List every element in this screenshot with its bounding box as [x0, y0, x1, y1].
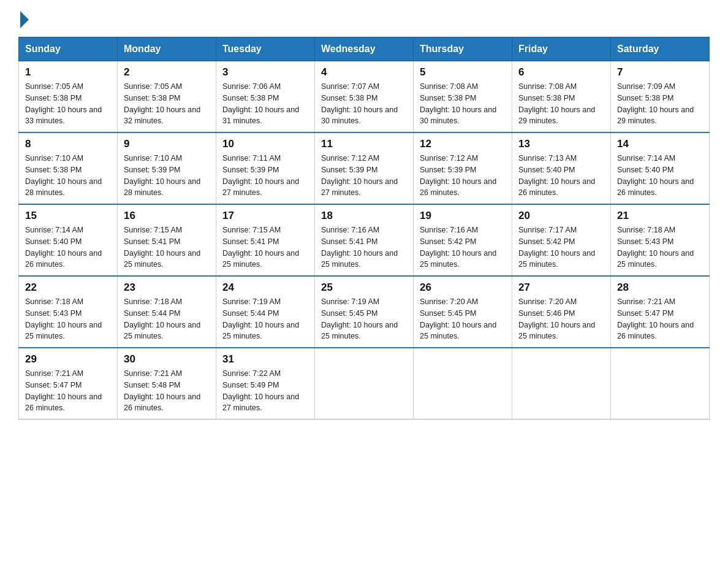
- column-header-saturday: Saturday: [611, 37, 710, 61]
- day-info: Sunrise: 7:21 AM Sunset: 5:47 PM Dayligh…: [25, 368, 111, 414]
- day-info: Sunrise: 7:10 AM Sunset: 5:39 PM Dayligh…: [124, 153, 210, 199]
- day-info: Sunrise: 7:10 AM Sunset: 5:38 PM Dayligh…: [25, 153, 111, 199]
- column-header-monday: Monday: [118, 37, 216, 61]
- day-info: Sunrise: 7:12 AM Sunset: 5:39 PM Dayligh…: [420, 153, 506, 199]
- calendar-cell: 15 Sunrise: 7:14 AM Sunset: 5:40 PM Dayl…: [19, 204, 118, 276]
- week-row-5: 29 Sunrise: 7:21 AM Sunset: 5:47 PM Dayl…: [19, 348, 710, 419]
- day-info: Sunrise: 7:20 AM Sunset: 5:45 PM Dayligh…: [420, 296, 506, 342]
- calendar-cell: 29 Sunrise: 7:21 AM Sunset: 5:47 PM Dayl…: [19, 348, 118, 419]
- day-number: 18: [321, 210, 407, 222]
- day-info: Sunrise: 7:19 AM Sunset: 5:44 PM Dayligh…: [222, 296, 308, 342]
- calendar-cell: [414, 348, 512, 419]
- day-info: Sunrise: 7:15 AM Sunset: 5:41 PM Dayligh…: [124, 224, 210, 270]
- calendar-cell: 11 Sunrise: 7:12 AM Sunset: 5:39 PM Dayl…: [315, 132, 414, 204]
- day-number: 6: [518, 66, 604, 79]
- day-number: 25: [321, 282, 407, 294]
- calendar-cell: 27 Sunrise: 7:20 AM Sunset: 5:46 PM Dayl…: [512, 276, 611, 348]
- day-number: 5: [420, 66, 506, 79]
- day-number: 20: [518, 210, 604, 222]
- day-info: Sunrise: 7:15 AM Sunset: 5:41 PM Dayligh…: [222, 224, 308, 270]
- calendar-cell: 10 Sunrise: 7:11 AM Sunset: 5:39 PM Dayl…: [216, 132, 315, 204]
- day-number: 30: [124, 353, 210, 366]
- day-number: 12: [420, 138, 506, 150]
- day-info: Sunrise: 7:13 AM Sunset: 5:40 PM Dayligh…: [518, 153, 604, 199]
- day-info: Sunrise: 7:18 AM Sunset: 5:44 PM Dayligh…: [124, 296, 210, 342]
- calendar-cell: 9 Sunrise: 7:10 AM Sunset: 5:39 PM Dayli…: [118, 132, 216, 204]
- day-info: Sunrise: 7:16 AM Sunset: 5:42 PM Dayligh…: [420, 224, 506, 270]
- day-number: 16: [124, 210, 210, 222]
- calendar-cell: 4 Sunrise: 7:07 AM Sunset: 5:38 PM Dayli…: [315, 61, 414, 133]
- calendar-cell: 17 Sunrise: 7:15 AM Sunset: 5:41 PM Dayl…: [216, 204, 315, 276]
- calendar-cell: 30 Sunrise: 7:21 AM Sunset: 5:48 PM Dayl…: [118, 348, 216, 419]
- logo-arrow-icon: [20, 11, 29, 28]
- day-number: 7: [617, 66, 703, 79]
- week-row-3: 15 Sunrise: 7:14 AM Sunset: 5:40 PM Dayl…: [19, 204, 710, 276]
- day-number: 19: [420, 210, 506, 222]
- calendar-cell: 1 Sunrise: 7:05 AM Sunset: 5:38 PM Dayli…: [19, 61, 118, 133]
- day-info: Sunrise: 7:12 AM Sunset: 5:39 PM Dayligh…: [321, 153, 407, 199]
- day-number: 3: [222, 66, 308, 79]
- day-number: 17: [222, 210, 308, 222]
- column-header-sunday: Sunday: [19, 37, 118, 61]
- day-number: 10: [222, 138, 308, 150]
- calendar-table: SundayMondayTuesdayWednesdayThursdayFrid…: [18, 37, 710, 419]
- calendar-cell: 25 Sunrise: 7:19 AM Sunset: 5:45 PM Dayl…: [315, 276, 414, 348]
- day-number: 23: [124, 282, 210, 294]
- day-info: Sunrise: 7:08 AM Sunset: 5:38 PM Dayligh…: [420, 81, 506, 127]
- calendar-cell: [611, 348, 710, 419]
- day-info: Sunrise: 7:18 AM Sunset: 5:43 PM Dayligh…: [617, 224, 703, 270]
- calendar-cell: 24 Sunrise: 7:19 AM Sunset: 5:44 PM Dayl…: [216, 276, 315, 348]
- day-number: 26: [420, 282, 506, 294]
- day-info: Sunrise: 7:05 AM Sunset: 5:38 PM Dayligh…: [25, 81, 111, 127]
- calendar-cell: 23 Sunrise: 7:18 AM Sunset: 5:44 PM Dayl…: [118, 276, 216, 348]
- calendar-cell: 20 Sunrise: 7:17 AM Sunset: 5:42 PM Dayl…: [512, 204, 611, 276]
- day-number: 8: [25, 138, 111, 150]
- day-info: Sunrise: 7:17 AM Sunset: 5:42 PM Dayligh…: [518, 224, 604, 270]
- day-number: 14: [617, 138, 703, 150]
- calendar-cell: 5 Sunrise: 7:08 AM Sunset: 5:38 PM Dayli…: [414, 61, 512, 133]
- week-row-2: 8 Sunrise: 7:10 AM Sunset: 5:38 PM Dayli…: [19, 132, 710, 204]
- day-info: Sunrise: 7:11 AM Sunset: 5:39 PM Dayligh…: [222, 153, 308, 199]
- calendar-cell: 8 Sunrise: 7:10 AM Sunset: 5:38 PM Dayli…: [19, 132, 118, 204]
- calendar-header-row: SundayMondayTuesdayWednesdayThursdayFrid…: [19, 37, 710, 61]
- calendar-cell: 28 Sunrise: 7:21 AM Sunset: 5:47 PM Dayl…: [611, 276, 710, 348]
- column-header-friday: Friday: [512, 37, 611, 61]
- calendar-cell: 6 Sunrise: 7:08 AM Sunset: 5:38 PM Dayli…: [512, 61, 611, 133]
- day-number: 22: [25, 282, 111, 294]
- day-number: 11: [321, 138, 407, 150]
- calendar-cell: 31 Sunrise: 7:22 AM Sunset: 5:49 PM Dayl…: [216, 348, 315, 419]
- day-info: Sunrise: 7:06 AM Sunset: 5:38 PM Dayligh…: [222, 81, 308, 127]
- page-header: [18, 12, 710, 26]
- calendar-cell: 18 Sunrise: 7:16 AM Sunset: 5:41 PM Dayl…: [315, 204, 414, 276]
- day-number: 13: [518, 138, 604, 150]
- day-number: 21: [617, 210, 703, 222]
- day-info: Sunrise: 7:20 AM Sunset: 5:46 PM Dayligh…: [518, 296, 604, 342]
- day-number: 27: [518, 282, 604, 294]
- logo: [18, 12, 29, 26]
- day-info: Sunrise: 7:22 AM Sunset: 5:49 PM Dayligh…: [222, 368, 308, 414]
- day-number: 1: [25, 66, 111, 79]
- week-row-1: 1 Sunrise: 7:05 AM Sunset: 5:38 PM Dayli…: [19, 61, 710, 133]
- day-info: Sunrise: 7:05 AM Sunset: 5:38 PM Dayligh…: [124, 81, 210, 127]
- day-number: 9: [124, 138, 210, 150]
- day-number: 24: [222, 282, 308, 294]
- calendar-cell: [512, 348, 611, 419]
- day-number: 4: [321, 66, 407, 79]
- calendar-cell: 13 Sunrise: 7:13 AM Sunset: 5:40 PM Dayl…: [512, 132, 611, 204]
- calendar-cell: 19 Sunrise: 7:16 AM Sunset: 5:42 PM Dayl…: [414, 204, 512, 276]
- day-info: Sunrise: 7:18 AM Sunset: 5:43 PM Dayligh…: [25, 296, 111, 342]
- day-info: Sunrise: 7:21 AM Sunset: 5:47 PM Dayligh…: [617, 296, 703, 342]
- calendar-cell: 3 Sunrise: 7:06 AM Sunset: 5:38 PM Dayli…: [216, 61, 315, 133]
- day-number: 2: [124, 66, 210, 79]
- day-number: 31: [222, 353, 308, 366]
- day-number: 28: [617, 282, 703, 294]
- day-number: 15: [25, 210, 111, 222]
- day-number: 29: [25, 353, 111, 366]
- day-info: Sunrise: 7:21 AM Sunset: 5:48 PM Dayligh…: [124, 368, 210, 414]
- column-header-thursday: Thursday: [414, 37, 512, 61]
- day-info: Sunrise: 7:19 AM Sunset: 5:45 PM Dayligh…: [321, 296, 407, 342]
- day-info: Sunrise: 7:09 AM Sunset: 5:38 PM Dayligh…: [617, 81, 703, 127]
- column-header-wednesday: Wednesday: [315, 37, 414, 61]
- calendar-cell: 7 Sunrise: 7:09 AM Sunset: 5:38 PM Dayli…: [611, 61, 710, 133]
- calendar-cell: [315, 348, 414, 419]
